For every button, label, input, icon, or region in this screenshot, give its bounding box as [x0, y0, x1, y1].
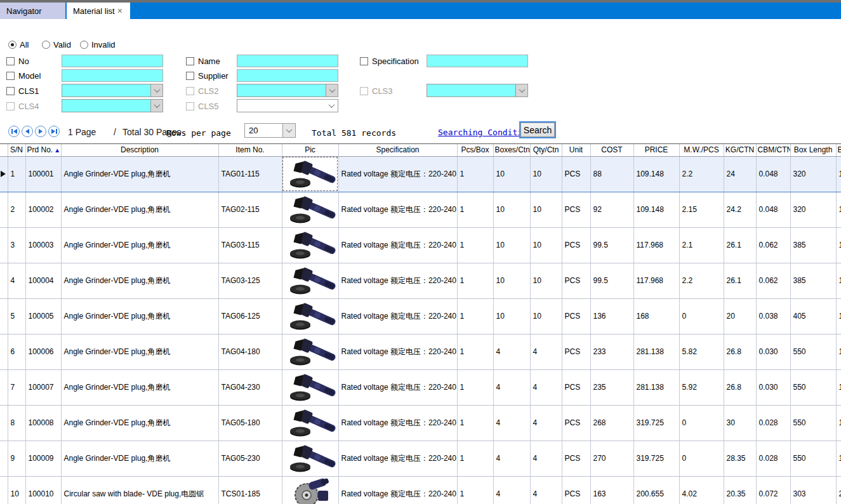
- product-image-cell: [282, 476, 338, 504]
- checkbox-cls1[interactable]: CLS1: [6, 84, 39, 97]
- column-header-prd[interactable]: Prd No.▲: [25, 144, 61, 156]
- cell-desc: Angle Grinder-VDE plug,角磨机: [61, 334, 218, 369]
- column-header-b[interactable]: B: [836, 144, 841, 156]
- cell-boxes_ctn: 4: [493, 441, 530, 476]
- table-row[interactable]: 1100001Angle Grinder-VDE plug,角磨机TAG01-1…: [0, 156, 841, 192]
- cell-boxes_ctn: 10: [493, 298, 530, 334]
- table-row[interactable]: 3100003Angle Grinder-VDE plug,角磨机TAG03-1…: [0, 227, 841, 263]
- row-selector[interactable]: [0, 334, 8, 369]
- last-page-button[interactable]: [48, 126, 60, 137]
- column-header-pcs_box[interactable]: Pcs/Box: [457, 144, 493, 156]
- close-icon[interactable]: ×: [116, 6, 124, 15]
- cell-spec: Rated voltage 额定电压：220-240: [338, 227, 457, 263]
- cell-cost: 163: [590, 476, 633, 504]
- checkbox-supplier[interactable]: Supplier: [186, 69, 228, 82]
- column-header-cbm_ctn[interactable]: CBM/CTN: [756, 144, 790, 156]
- cell-item: TAG05-230: [218, 441, 282, 476]
- row-selector[interactable]: [0, 476, 8, 504]
- checkbox-no-label: No: [18, 56, 29, 66]
- cell-qty_ctn: 4: [530, 369, 562, 405]
- row-selector[interactable]: [0, 405, 8, 441]
- column-header-box_len[interactable]: Box Length: [790, 144, 836, 156]
- column-header-spec[interactable]: Specification: [338, 144, 457, 156]
- rows-per-page-select[interactable]: 20: [244, 123, 296, 138]
- checkbox-cls3-label: CLS3: [372, 86, 393, 96]
- cls4-dropdown[interactable]: [62, 99, 163, 112]
- table-row[interactable]: 6100006Angle Grinder-VDE plug,角磨机TAG04-1…: [0, 334, 841, 369]
- checkbox-no[interactable]: No: [6, 55, 29, 67]
- name-input[interactable]: [237, 55, 338, 67]
- table-row[interactable]: 9100009Angle Grinder-VDE plug,角磨机TAG05-2…: [0, 441, 841, 476]
- table-row[interactable]: 5100005Angle Grinder-VDE plug,角磨机TAG06-1…: [0, 298, 841, 334]
- table-row[interactable]: 7100007Angle Grinder-VDE plug,角磨机TAG04-2…: [0, 369, 841, 405]
- cell-box_len: 320: [790, 156, 836, 192]
- cell-item: TCS01-185: [218, 476, 282, 504]
- row-selector[interactable]: [0, 298, 8, 334]
- material-table: S/NPrd No.▲DescriptionItem No.PicSpecifi…: [0, 143, 841, 504]
- column-header-boxes_ctn[interactable]: Boxes/Ctn: [493, 144, 530, 156]
- cell-price: 281.138: [633, 369, 679, 405]
- row-selector[interactable]: [0, 192, 8, 227]
- column-header-cost[interactable]: COST: [590, 144, 633, 156]
- search-button[interactable]: Search: [519, 121, 556, 138]
- total-records-text: Total 581 records: [312, 128, 396, 138]
- column-header-price[interactable]: PRICE: [633, 144, 679, 156]
- column-header-qty_ctn[interactable]: Qty/Ctn: [530, 144, 562, 156]
- checkbox-cls3[interactable]: CLS3: [360, 84, 393, 97]
- product-image-cell: [282, 441, 338, 476]
- next-page-button[interactable]: [35, 126, 46, 137]
- radio-all[interactable]: All: [8, 40, 29, 50]
- specification-input[interactable]: [427, 55, 528, 67]
- table-row[interactable]: 4100004Angle Grinder-VDE plug,角磨机TAG03-1…: [0, 263, 841, 298]
- cell-kg_ctn: 26.8: [724, 334, 756, 369]
- cell-b: 1: [836, 298, 841, 334]
- checkbox-cls2[interactable]: CLS2: [186, 84, 219, 97]
- cell-desc: Angle Grinder-VDE plug,角磨机: [61, 263, 218, 298]
- radio-invalid[interactable]: Invalid: [80, 40, 116, 50]
- row-selector[interactable]: [0, 369, 8, 405]
- table-row[interactable]: 10100010Circular saw with blade- VDE plu…: [0, 476, 841, 504]
- checkbox-specification[interactable]: Specification: [360, 55, 419, 67]
- row-selector[interactable]: [0, 441, 8, 476]
- product-image-cell: [282, 334, 338, 369]
- row-selector[interactable]: [0, 263, 8, 298]
- previous-page-button[interactable]: [22, 126, 33, 137]
- cell-cbm_ctn: 0.072: [756, 476, 790, 504]
- searching-condition-link[interactable]: Searching Condition: [438, 128, 533, 137]
- angle-grinder-image: [285, 158, 337, 190]
- cell-price: 281.138: [633, 334, 679, 369]
- cls3-dropdown[interactable]: [427, 84, 528, 97]
- table-row[interactable]: 8100008Angle Grinder-VDE plug,角磨机TAG05-1…: [0, 405, 841, 441]
- supplier-input[interactable]: [237, 69, 338, 82]
- model-input[interactable]: [62, 69, 163, 82]
- cell-price: 109.148: [633, 156, 679, 192]
- column-header-sn[interactable]: S/N: [8, 144, 25, 156]
- cls2-dropdown[interactable]: [237, 84, 338, 97]
- column-header-item[interactable]: Item No.: [218, 144, 282, 156]
- column-header-kg_ctn[interactable]: KG/CTN: [724, 144, 756, 156]
- column-header-mw_pcs[interactable]: M.W./PCS: [679, 144, 724, 156]
- cell-spec: Rated voltage 额定电压：220-240: [338, 192, 457, 227]
- radio-valid[interactable]: Valid: [42, 40, 71, 50]
- table-row[interactable]: 2100002Angle Grinder-VDE plug,角磨机TAG02-1…: [0, 192, 841, 227]
- row-selector[interactable]: [0, 227, 8, 263]
- column-header-desc[interactable]: Description: [61, 144, 218, 156]
- cls5-dropdown[interactable]: [237, 99, 338, 112]
- tab-material-list[interactable]: Material list ×: [67, 3, 130, 19]
- first-page-button[interactable]: [8, 126, 20, 137]
- row-selector[interactable]: [0, 156, 8, 192]
- column-header-pic[interactable]: Pic: [282, 144, 338, 156]
- tab-navigator[interactable]: Navigator: [0, 3, 65, 19]
- cell-sn: 4: [8, 263, 25, 298]
- cell-price: 109.148: [633, 192, 679, 227]
- checkbox-cls4[interactable]: CLS4: [6, 100, 39, 112]
- checkbox-cls5[interactable]: CLS5: [186, 100, 219, 112]
- checkbox-model[interactable]: Model: [6, 69, 41, 82]
- checkbox-model-label: Model: [18, 71, 41, 81]
- column-header-unit[interactable]: Unit: [562, 144, 590, 156]
- checkbox-name[interactable]: Name: [186, 55, 220, 67]
- no-input[interactable]: [62, 55, 163, 67]
- cell-cbm_ctn: 0.038: [756, 298, 790, 334]
- cls1-dropdown[interactable]: [62, 84, 163, 97]
- cell-cbm_ctn: 0.062: [756, 263, 790, 298]
